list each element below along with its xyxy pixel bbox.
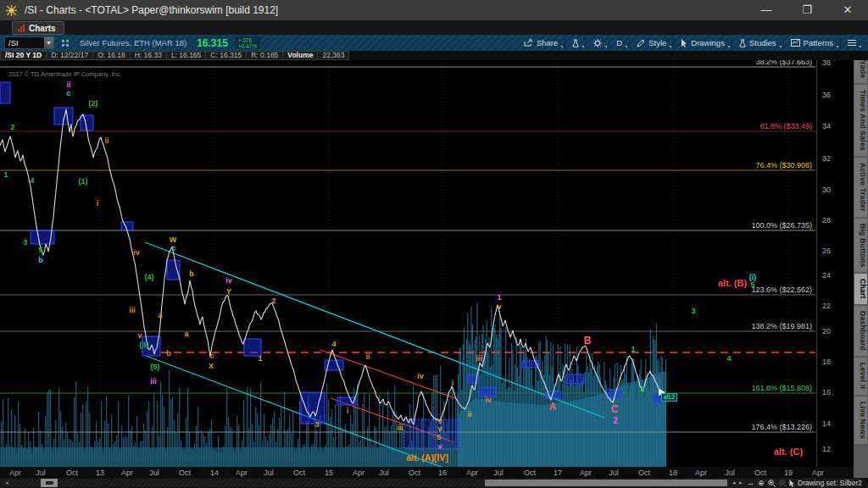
symbol-link-icon[interactable] xyxy=(61,39,70,47)
share-button[interactable]: Share xyxy=(517,35,565,51)
chart-header-cell: Volume xyxy=(283,51,318,60)
price-chart-canvas[interactable]: 38.2% ($37.663)61.8% ($33.49)76.4% ($30.… xyxy=(0,0,868,488)
sidebar-tab-live-news[interactable]: Live News xyxy=(854,396,867,444)
price-tick-label: 36 xyxy=(822,91,831,99)
time-tick-label: Jul xyxy=(493,469,504,477)
time-tick-label: 16 xyxy=(438,469,447,477)
scroll-left-icon[interactable]: ◂ xyxy=(5,478,8,488)
menu-icon xyxy=(848,39,856,47)
price-tick-label: 22 xyxy=(822,302,831,310)
workspace-tab-row: Charts xyxy=(0,20,868,35)
sidebar-tab-big-buttons[interactable]: Big Buttons xyxy=(854,219,867,272)
time-tick-label: Apr xyxy=(695,469,707,477)
price-change-percent: +0.47% xyxy=(238,43,257,49)
time-tick-label: Oct xyxy=(638,469,650,477)
time-tick-label: 15 xyxy=(325,469,333,477)
chart-header-cell: D: 12/22/17 xyxy=(47,51,93,60)
chart-header-cell: H: 16.33 xyxy=(131,51,167,60)
fib-level-label[interactable]: 76.4% ($30.908) xyxy=(755,161,812,169)
price-tick-label: 18 xyxy=(822,358,831,366)
main-toolbar: /SI ▼ Silver Futures, ETH (MAR 18) 16.31… xyxy=(0,35,868,51)
sidebar-tab-dashboard[interactable]: Dashboard xyxy=(854,306,867,356)
price-change-block: +.076 +0.47% xyxy=(235,36,260,49)
copyright-text: 2017 © TD Ameritrade IP Company, Inc. xyxy=(8,70,122,78)
patterns-icon xyxy=(791,39,800,47)
sidebar-tab-times-and-sales[interactable]: Times And Sales xyxy=(854,85,867,156)
time-tick-label: 14 xyxy=(210,469,219,477)
fib-level-label[interactable]: 161.8% ($15.808) xyxy=(751,384,812,392)
time-tick-label: Apr xyxy=(9,469,21,477)
alt-count-label[interactable]: alt. (A)[IV] xyxy=(406,452,448,463)
time-tick-label: 18 xyxy=(669,469,677,477)
drawings-button[interactable]: Drawings xyxy=(674,35,732,51)
patterns-button[interactable]: Patterns xyxy=(784,35,840,51)
timeline-collapse-button[interactable] xyxy=(41,479,58,487)
price-tick-label: 26 xyxy=(822,247,831,255)
chart-header-row: /SI 20 Y 1DD: 12/22/17O: 16.18H: 16.33L:… xyxy=(0,51,868,60)
scroll-right-arrow-icon[interactable]: ▸ xyxy=(739,478,743,488)
pointer-tool-icon[interactable] xyxy=(789,480,795,487)
time-tick-label: Jul xyxy=(379,469,389,477)
time-axis[interactable]: AprJulOct13AprJulOct14AprJulOct15AprJulO… xyxy=(0,467,854,478)
timeline-scrollbar-thumb[interactable] xyxy=(485,480,727,486)
close-button[interactable]: ✕ xyxy=(827,0,868,20)
chart-header-cell: O: 16.18 xyxy=(93,51,131,60)
time-tick-label: Oct xyxy=(409,469,420,477)
timeline-scrollbar-track[interactable] xyxy=(0,479,860,487)
drawing-set-label[interactable]: Drawing set: Silber2 xyxy=(798,478,862,488)
chart-header-cell: L: 16.165 xyxy=(167,51,206,60)
flask-icon xyxy=(572,39,579,47)
zoom-in-icon[interactable] xyxy=(768,480,776,487)
time-tick-label: Apr xyxy=(353,469,364,477)
price-change: +.076 xyxy=(238,37,257,43)
cursor-icon xyxy=(681,39,687,47)
alt-count-label[interactable]: alt. (C) xyxy=(774,446,803,457)
scroll-left-arrow-icon[interactable]: ◂ xyxy=(732,478,736,488)
drawing-set-caret-icon[interactable] xyxy=(848,484,850,486)
crosshair-tool-icon[interactable]: ⊕ xyxy=(758,478,765,488)
sidebar-tab-level-ii[interactable]: Level II xyxy=(854,358,867,394)
studies-flask-icon xyxy=(739,39,746,47)
time-tick-label: 19 xyxy=(784,469,793,477)
fib-level-label[interactable]: 61.8% ($33.49) xyxy=(760,122,812,130)
timeframe-button[interactable]: D xyxy=(609,35,629,51)
style-button[interactable]: Style xyxy=(630,35,673,51)
fib-level-label[interactable]: 123.6% ($22.562) xyxy=(751,286,812,294)
title-bar: /SI - Charts - <TOTAL> Paper@thinkorswim… xyxy=(0,0,868,20)
fib-level-label[interactable]: 138.2% ($19.981) xyxy=(751,322,812,330)
restore-button[interactable]: ❐ xyxy=(787,0,827,20)
price-tick-label: 20 xyxy=(822,327,831,336)
minimize-button[interactable]: — xyxy=(746,0,787,20)
studies-button[interactable]: Studies xyxy=(732,35,783,51)
alt-count-label[interactable]: alt. (B) xyxy=(718,278,747,288)
fib-level-label[interactable]: 176.4% ($13.226) xyxy=(751,423,812,431)
chart-header-cell: R: 0.165 xyxy=(247,51,283,60)
instrument-description: Silver Futures, ETH (MAR 18) xyxy=(80,38,186,47)
chart-bars-icon xyxy=(18,25,25,32)
tab-charts[interactable]: Charts xyxy=(12,21,64,35)
time-tick-label: Apr xyxy=(236,469,248,477)
alt2-drawing-tag[interactable]: alt.2 xyxy=(661,393,677,402)
symbol-value: /SI xyxy=(5,38,44,47)
window-title: /SI - Charts - <TOTAL> Paper@thinkorswim… xyxy=(25,4,278,16)
onDemand-button[interactable] xyxy=(565,35,586,51)
time-tick-label: Apr xyxy=(121,469,133,477)
time-tick-label: Jul xyxy=(36,469,46,477)
pan-tool-icon[interactable]: ↔ xyxy=(747,478,754,488)
time-tick-label: Oct xyxy=(754,469,766,477)
chart-header-cell[interactable]: /SI 20 Y 1D xyxy=(0,51,47,60)
grid-menu-button[interactable] xyxy=(841,35,863,51)
style-brush-icon xyxy=(637,39,645,47)
sidebar-tab-active-trader[interactable]: Active Trader xyxy=(854,158,867,217)
zoom-out-icon[interactable] xyxy=(779,480,787,487)
symbol-dropdown-caret-icon[interactable]: ▼ xyxy=(44,37,53,48)
symbol-input[interactable]: /SI ▼ xyxy=(4,36,54,49)
price-tick-label: 32 xyxy=(822,154,831,163)
settings-button[interactable] xyxy=(587,35,609,51)
charts-tab-label: Charts xyxy=(29,24,56,33)
time-tick-label: Apr xyxy=(466,469,478,477)
status-bar: ◂ ◂ ▸ ↔ ⊕ Drawing set: Silber2 xyxy=(0,478,868,488)
fib-level-label[interactable]: 100.0% ($26.735) xyxy=(751,221,812,230)
sidebar-tab-chart[interactable]: Chart xyxy=(854,274,867,304)
price-tick-label: 14 xyxy=(822,419,831,428)
